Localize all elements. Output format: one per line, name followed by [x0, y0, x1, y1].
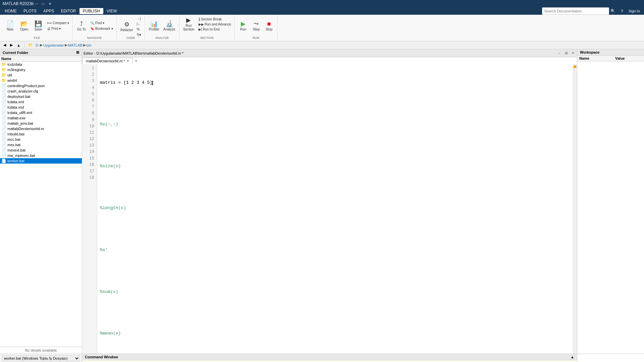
new-tab-button[interactable]: + — [133, 57, 140, 64]
menu-apps[interactable]: APPS — [40, 8, 57, 14]
tree-item-matlab-dersler[interactable]: 📄 matlabDerslerisorbil.m — [0, 126, 82, 131]
file-icon-mcc: 📄 — [1, 137, 6, 142]
tree-label-lcdata-xsd: lcdata.xsd — [7, 105, 24, 109]
tree-item-crash-analyzer[interactable]: 📄 crash_analyzer.cfg — [0, 88, 82, 94]
bookmark-button[interactable]: 🔖 Bookmark ▾ — [89, 26, 114, 31]
tree-item-lcdata-xml[interactable]: 📄 lcdata.xml — [0, 99, 82, 105]
analyze-button[interactable]: 🔬 Analyze — [162, 20, 177, 32]
sign-in-button[interactable]: Sign In — [626, 9, 643, 13]
breadcrumb-uygulamalar[interactable]: Uygulamalar — [43, 43, 64, 47]
search-documentation-input[interactable] — [542, 7, 609, 15]
breadcrumb-bin[interactable]: bin — [87, 43, 92, 47]
tree-item-mex[interactable]: 📄 mex.bat — [0, 142, 82, 147]
editor-tab-matlab-dersler[interactable]: matlabDerslerisorbil.m * ✕ — [82, 58, 133, 64]
editor-close-icon[interactable]: ✕ — [570, 51, 576, 56]
toolbar: ◀ ▶ ▲ 📁 D: ▶ Uygulamalar ▶ MATLAB ▶ bin — [0, 41, 644, 49]
tree-item-mbuild[interactable]: 📄 mbuild.bat — [0, 131, 82, 137]
analyze-group-buttons: 📊 Profiler 🔬 Analyze — [147, 16, 177, 36]
run-to-end-button[interactable]: ▶| Run to End — [197, 27, 232, 32]
workspace-name-column[interactable]: Name — [579, 56, 615, 60]
stop-button[interactable]: ■ Stop — [263, 20, 275, 32]
run-button[interactable]: ▶ Run — [237, 20, 250, 32]
tree-item-lcdata-xsd[interactable]: 📄 lcdata.xsd — [0, 105, 82, 110]
tree-item-util[interactable]: 📁 util — [0, 72, 82, 78]
file-group-buttons: 📄 New 📂 Open 💾 Save ⟺ Compare ▾ 🖨 P — [3, 16, 70, 36]
goto-button[interactable]: ⤴ Go To — [75, 20, 88, 32]
tree-item-worker[interactable]: 📄 worker.bat — [0, 158, 82, 164]
tree-item-lcdata-utf8[interactable]: 📄 lcdata_utf8.xml — [0, 110, 82, 115]
comment-button[interactable]: % — [136, 27, 143, 32]
code-line-9: %x' — [100, 247, 570, 254]
comment-icon: % — [137, 27, 140, 31]
back-button[interactable]: ◀ — [2, 42, 7, 48]
workspace-value-column[interactable]: Value — [615, 56, 642, 60]
section-break-button[interactable]: ‖ Section Break — [197, 17, 232, 21]
menu-editor[interactable]: EDITOR — [57, 8, 79, 14]
tree-item-matlab-exe[interactable]: 📄 matlab.exe — [0, 115, 82, 121]
print-button[interactable]: 🖨 Print ▾ — [46, 26, 70, 31]
print-group: ⟺ Compare ▾ 🖨 Print ▾ — [46, 20, 70, 31]
file-type-dropdown[interactable]: worker.bat (Windows Toplu İş Dosyası) — [2, 355, 80, 361]
editor-area[interactable]: 1 2 3 4 5 6 7 8 9 10 11 12 13 14 15 16 1… — [82, 64, 577, 354]
tree-item-mw-mpiexec[interactable]: 📄 mw_mpiexec.bat — [0, 153, 82, 158]
tree-item-deploytool[interactable]: 📄 deploytool.bat — [0, 94, 82, 99]
breadcrumb-matlab[interactable]: MATLAB — [68, 43, 83, 47]
menu-bar: HOME PLOTS APPS EDITOR PUBLISH VIEW 🔍 ? … — [0, 7, 644, 15]
help-icon[interactable]: ? — [618, 9, 626, 14]
tree-label-matlab-jenv: matlab_jenv.bat — [7, 121, 33, 125]
current-folder-expand-icon[interactable]: ⊞ — [76, 50, 79, 55]
menu-home[interactable]: HOME — [1, 8, 20, 14]
tree-item-mexext[interactable]: 📄 mexext.bat — [0, 147, 82, 153]
forward-button[interactable]: ▶ — [9, 42, 14, 48]
profiler-button[interactable]: 📊 Profiler — [147, 20, 161, 32]
command-collapse-icon[interactable]: ▲ — [571, 355, 574, 359]
code-line-1: matris = [1 2 3 4 5] — [100, 79, 570, 86]
tree-item-matlab-jenv[interactable]: 📄 matlab_jenv.bat — [0, 121, 82, 126]
editor-scrollbar[interactable] — [573, 64, 577, 354]
code-editor[interactable]: matris = [1 2 3 4 5] %x(:,:) %size(x) %l… — [97, 64, 573, 354]
run-and-advance-button[interactable]: ▶▶ Run and Advance — [197, 22, 232, 26]
tab-close-matlab-dersler[interactable]: ✕ — [126, 59, 129, 63]
file-icon-mexext: 📄 — [1, 148, 6, 153]
file-icon-lcdata-xml: 📄 — [1, 100, 6, 104]
toolbar-separator — [24, 43, 24, 48]
new-button[interactable]: 📄 New — [3, 20, 17, 32]
tree-item-icutzdata[interactable]: 📁 icutzdata — [0, 62, 82, 67]
run-advance-icon: ▶▶ — [199, 22, 204, 26]
minimize-button[interactable]: ─ — [34, 1, 39, 6]
search-icon[interactable]: 🔍 — [610, 9, 615, 13]
file-icon-lcdata-xsd: 📄 — [1, 105, 6, 110]
menu-view[interactable]: VIEW — [103, 8, 120, 14]
breadcrumb-d[interactable]: D: — [36, 43, 39, 47]
tree-item-mcc[interactable]: 📄 mcc.bat — [0, 137, 82, 142]
step-button[interactable]: ⤳ Step — [250, 20, 262, 32]
menu-publish[interactable]: PUBLISH — [79, 8, 103, 14]
run-section-button[interactable]: ▶ RunSection — [181, 16, 196, 32]
name-column-label[interactable]: Name — [1, 57, 11, 61]
code-line-4 — [100, 142, 570, 149]
save-button[interactable]: 💾 Save — [32, 20, 45, 32]
tree-item-m3iregistry[interactable]: 📁 m3iregistry — [0, 67, 82, 72]
editor-expand-icon[interactable]: ⊞ — [564, 51, 569, 56]
line-num-3: 3 — [84, 78, 94, 84]
tree-item-win64[interactable]: 📁 win64 — [0, 78, 82, 83]
tree-item-controllingproduct[interactable]: 📄 controllingProduct.json — [0, 83, 82, 88]
indent-right-button[interactable]: →| — [136, 16, 143, 21]
menu-plots[interactable]: PLOTS — [20, 8, 40, 14]
code-line-2 — [100, 100, 570, 107]
breadcrumb-sep-3: ▶ — [83, 43, 86, 47]
code-line-7: %length(x) — [100, 205, 570, 212]
editor-minimize-icon[interactable]: − — [557, 51, 562, 56]
indent-left-button[interactable]: |← — [136, 21, 143, 26]
close-button[interactable]: ✕ — [47, 1, 53, 6]
file-icon-deploytool: 📄 — [1, 94, 6, 99]
editor-panel: Editor - D:\Uygulamalar\MATLAB\bin\matla… — [82, 49, 577, 354]
folder-icon-m3iregistry: 📁 — [1, 67, 6, 72]
maximize-button[interactable]: □ — [41, 1, 46, 6]
refactor-button[interactable]: ⚙ Refactor — [119, 20, 135, 33]
open-button[interactable]: 📂 Open — [17, 20, 31, 32]
find-button[interactable]: 🔍 Find ▾ — [89, 20, 114, 25]
up-button[interactable]: ▲ — [15, 43, 22, 48]
compare-button[interactable]: ⟺ Compare ▾ — [46, 20, 70, 25]
file-icon-matlab-dersler: 📄 — [1, 126, 6, 131]
